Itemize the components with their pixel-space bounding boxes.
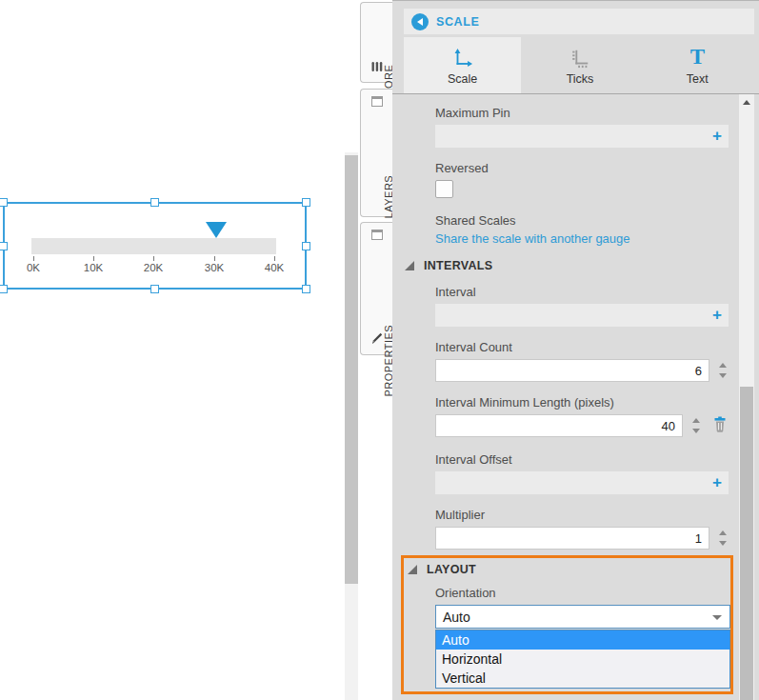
add-icon[interactable]: + bbox=[712, 125, 722, 148]
spin-down-icon[interactable] bbox=[692, 429, 700, 433]
delete-icon[interactable] bbox=[712, 416, 728, 436]
gauge-marker-icon bbox=[206, 222, 227, 238]
gauge-tick bbox=[93, 256, 94, 261]
interval-offset-label: Interval Offset bbox=[435, 451, 739, 468]
orientation-dropdown-list: Auto Horizontal Vertical bbox=[435, 630, 730, 689]
shared-scales-label: Shared Scales bbox=[435, 212, 739, 229]
tab-label: Ticks bbox=[567, 72, 594, 86]
selection-handle[interactable] bbox=[150, 285, 159, 293]
gauge-tick bbox=[214, 256, 215, 261]
properties-panel: SCALE Scale bbox=[392, 0, 759, 700]
expander-icon bbox=[405, 261, 414, 270]
orientation-label: Orientation bbox=[435, 585, 730, 601]
dock-tab-strip: EXPLORE LAYERS PROPERTIES bbox=[360, 0, 392, 700]
chevron-down-icon bbox=[712, 615, 722, 620]
section-title: LAYOUT bbox=[427, 563, 476, 576]
up-arrow-icon bbox=[743, 100, 750, 105]
multiplier-label: Multiplier bbox=[435, 507, 739, 523]
spin-up-icon[interactable] bbox=[719, 530, 727, 535]
gauge-tick bbox=[153, 256, 154, 261]
tab-label: Scale bbox=[448, 72, 477, 86]
spin-down-icon[interactable] bbox=[719, 373, 727, 378]
selection-handle[interactable] bbox=[302, 198, 310, 207]
spinner bbox=[716, 363, 729, 378]
spin-up-icon[interactable] bbox=[719, 363, 727, 368]
ticks-axis-icon bbox=[569, 46, 590, 69]
panel-header: SCALE bbox=[404, 9, 754, 34]
text-icon: T bbox=[690, 46, 705, 69]
design-canvas[interactable]: 0K 10K 20K 30K 40K bbox=[0, 0, 360, 700]
dropdown-option-vertical[interactable]: Vertical bbox=[436, 669, 729, 688]
selection-handle[interactable] bbox=[302, 242, 310, 250]
interval-label: Interval bbox=[435, 284, 739, 300]
tab-ticks[interactable]: Ticks bbox=[521, 37, 638, 93]
section-title: INTERVALS bbox=[424, 259, 492, 272]
tab-text[interactable]: T Text bbox=[639, 37, 756, 93]
gauge-tick bbox=[274, 256, 275, 261]
scale-axis-icon bbox=[452, 46, 473, 69]
canvas-vertical-scrollbar[interactable] bbox=[345, 152, 358, 700]
maximum-pin-field[interactable]: + bbox=[435, 125, 729, 148]
data-icon bbox=[370, 59, 383, 76]
interval-min-length-label: Interval Minimum Length (pixels) bbox=[435, 394, 739, 410]
selected-gauge[interactable]: 0K 10K 20K 30K 40K bbox=[3, 202, 307, 290]
interval-offset-field[interactable]: + bbox=[435, 471, 729, 494]
pencil-icon bbox=[370, 331, 384, 349]
add-icon[interactable]: + bbox=[712, 304, 722, 327]
window-icon bbox=[371, 230, 383, 240]
reversed-label: Reversed bbox=[435, 160, 739, 176]
panel-vertical-scrollbar[interactable] bbox=[739, 94, 754, 700]
dropdown-option-horizontal[interactable]: Horizontal bbox=[436, 650, 729, 669]
panel-scrollbar-thumb[interactable] bbox=[740, 387, 753, 700]
share-scale-link[interactable]: Share the scale with another gauge bbox=[435, 231, 739, 249]
window-icon bbox=[371, 96, 383, 107]
interval-count-label: Interval Count bbox=[435, 339, 739, 355]
interval-min-length-input[interactable] bbox=[435, 414, 683, 437]
gauge-scale-track bbox=[31, 238, 276, 254]
panel-tab-row: Scale Ticks T Text bbox=[404, 37, 756, 93]
dock-tab-layers[interactable]: LAYERS bbox=[360, 89, 392, 217]
maximum-pin-label: Maximum Pin bbox=[435, 105, 739, 121]
layout-section-header[interactable]: LAYOUT bbox=[408, 563, 730, 576]
interval-field[interactable]: + bbox=[435, 304, 729, 327]
canvas-scrollbar-thumb[interactable] bbox=[345, 155, 358, 584]
interval-count-input[interactable] bbox=[435, 359, 709, 382]
layout-section-highlight: LAYOUT Orientation Auto Auto Horizontal … bbox=[401, 555, 733, 694]
gauge-tick bbox=[33, 256, 34, 261]
selection-handle[interactable] bbox=[0, 285, 8, 293]
reversed-checkbox[interactable] bbox=[435, 180, 453, 198]
dropdown-option-auto[interactable]: Auto bbox=[436, 630, 729, 650]
scrollbar-up-button[interactable] bbox=[739, 94, 754, 110]
spinner bbox=[716, 530, 729, 546]
dock-tab-properties[interactable]: PROPERTIES bbox=[360, 222, 392, 355]
properties-scroll-area: Maximum Pin + Reversed Shared Scales Sha… bbox=[392, 94, 739, 700]
spin-down-icon[interactable] bbox=[719, 541, 727, 546]
back-button[interactable] bbox=[411, 13, 429, 30]
selection-handle[interactable] bbox=[0, 198, 8, 207]
expander-icon bbox=[408, 565, 417, 574]
gauge-tick-label: 20K bbox=[134, 262, 172, 273]
selection-handle[interactable] bbox=[150, 198, 159, 207]
spin-up-icon[interactable] bbox=[692, 418, 700, 423]
add-icon[interactable]: + bbox=[712, 471, 722, 494]
selection-handle[interactable] bbox=[302, 285, 310, 293]
tab-label: Text bbox=[687, 72, 709, 86]
back-arrow-icon bbox=[417, 18, 423, 26]
spinner bbox=[689, 418, 702, 433]
gauge-tick-label: 30K bbox=[195, 262, 233, 273]
multiplier-input[interactable] bbox=[435, 527, 709, 550]
intervals-section-header[interactable]: INTERVALS bbox=[405, 259, 739, 272]
tab-scale[interactable]: Scale bbox=[404, 37, 521, 93]
orientation-value: Auto bbox=[443, 610, 470, 625]
panel-title: SCALE bbox=[436, 15, 479, 29]
gauge-tick-label: 10K bbox=[74, 262, 112, 273]
gauge-tick-label: 40K bbox=[255, 262, 293, 273]
orientation-dropdown[interactable]: Auto bbox=[435, 605, 730, 629]
dock-tab-explore[interactable]: EXPLORE bbox=[360, 2, 392, 83]
designer-window: 0K 10K 20K 30K 40K EXPLORE LAYERS PROPER… bbox=[0, 0, 759, 700]
selection-handle[interactable] bbox=[0, 242, 8, 250]
gauge-tick-label: 0K bbox=[14, 262, 52, 273]
